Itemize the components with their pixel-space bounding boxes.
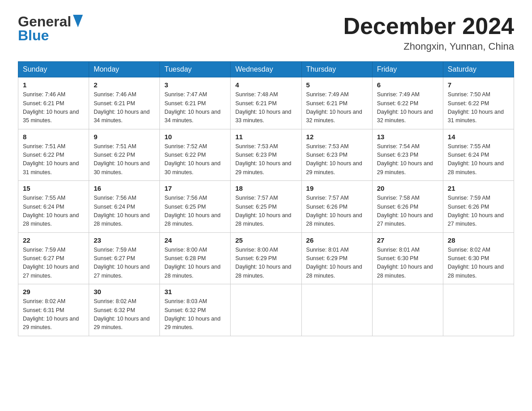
day-info: Sunrise: 7:51 AM Sunset: 6:22 PM Dayligh… bbox=[94, 142, 155, 177]
day-info: Sunrise: 7:59 AM Sunset: 6:26 PM Dayligh… bbox=[448, 194, 509, 229]
calendar-body: 1 Sunrise: 7:46 AM Sunset: 6:21 PM Dayli… bbox=[18, 77, 514, 336]
weekday-header-row: Sunday Monday Tuesday Wednesday Thursday… bbox=[18, 62, 514, 77]
table-row bbox=[372, 284, 443, 336]
table-row: 30 Sunrise: 8:02 AM Sunset: 6:32 PM Dayl… bbox=[89, 284, 160, 336]
calendar-week-row: 1 Sunrise: 7:46 AM Sunset: 6:21 PM Dayli… bbox=[18, 77, 514, 129]
table-row: 15 Sunrise: 7:55 AM Sunset: 6:24 PM Dayl… bbox=[18, 181, 89, 233]
day-number: 17 bbox=[164, 184, 226, 192]
day-info: Sunrise: 7:49 AM Sunset: 6:21 PM Dayligh… bbox=[306, 90, 368, 125]
day-info: Sunrise: 8:01 AM Sunset: 6:30 PM Dayligh… bbox=[377, 246, 438, 281]
table-row: 20 Sunrise: 7:58 AM Sunset: 6:26 PM Dayl… bbox=[372, 181, 443, 233]
day-number: 1 bbox=[23, 81, 84, 89]
table-row: 23 Sunrise: 7:59 AM Sunset: 6:27 PM Dayl… bbox=[89, 232, 160, 284]
title-section: December 2024 Zhongxin, Yunnan, China bbox=[343, 13, 514, 52]
table-row: 22 Sunrise: 7:59 AM Sunset: 6:27 PM Dayl… bbox=[18, 232, 89, 284]
logo-blue: Blue bbox=[18, 27, 49, 44]
table-row: 4 Sunrise: 7:48 AM Sunset: 6:21 PM Dayli… bbox=[231, 77, 301, 129]
col-friday: Friday bbox=[372, 62, 443, 77]
day-number: 18 bbox=[235, 184, 296, 192]
day-number: 27 bbox=[377, 236, 438, 244]
calendar-subtitle: Zhongxin, Yunnan, China bbox=[343, 41, 514, 52]
col-thursday: Thursday bbox=[301, 62, 372, 77]
page-header: General Blue December 2024 Zhongxin, Yun… bbox=[18, 13, 514, 52]
table-row: 25 Sunrise: 8:00 AM Sunset: 6:29 PM Dayl… bbox=[231, 232, 301, 284]
table-row: 5 Sunrise: 7:49 AM Sunset: 6:21 PM Dayli… bbox=[301, 77, 372, 129]
table-row: 10 Sunrise: 7:52 AM Sunset: 6:22 PM Dayl… bbox=[160, 129, 231, 181]
calendar-title: December 2024 bbox=[343, 13, 514, 39]
day-info: Sunrise: 7:55 AM Sunset: 6:24 PM Dayligh… bbox=[448, 142, 509, 177]
day-number: 31 bbox=[164, 288, 226, 295]
day-info: Sunrise: 7:57 AM Sunset: 6:25 PM Dayligh… bbox=[235, 194, 296, 229]
day-info: Sunrise: 8:00 AM Sunset: 6:28 PM Dayligh… bbox=[164, 246, 226, 281]
table-row: 6 Sunrise: 7:49 AM Sunset: 6:22 PM Dayli… bbox=[372, 77, 443, 129]
calendar-week-row: 22 Sunrise: 7:59 AM Sunset: 6:27 PM Dayl… bbox=[18, 232, 514, 284]
day-info: Sunrise: 7:46 AM Sunset: 6:21 PM Dayligh… bbox=[94, 90, 155, 125]
day-number: 16 bbox=[94, 184, 155, 192]
table-row: 27 Sunrise: 8:01 AM Sunset: 6:30 PM Dayl… bbox=[372, 232, 443, 284]
day-info: Sunrise: 7:49 AM Sunset: 6:22 PM Dayligh… bbox=[377, 90, 438, 125]
col-wednesday: Wednesday bbox=[231, 62, 301, 77]
calendar-table: Sunday Monday Tuesday Wednesday Thursday… bbox=[18, 61, 514, 336]
table-row: 14 Sunrise: 7:55 AM Sunset: 6:24 PM Dayl… bbox=[443, 129, 514, 181]
col-sunday: Sunday bbox=[18, 62, 89, 77]
day-number: 13 bbox=[377, 133, 438, 141]
day-number: 19 bbox=[306, 184, 368, 192]
day-number: 25 bbox=[235, 236, 296, 244]
table-row: 1 Sunrise: 7:46 AM Sunset: 6:21 PM Dayli… bbox=[18, 77, 89, 129]
calendar-week-row: 29 Sunrise: 8:02 AM Sunset: 6:31 PM Dayl… bbox=[18, 284, 514, 336]
day-number: 21 bbox=[448, 184, 509, 192]
day-number: 3 bbox=[164, 81, 226, 89]
day-info: Sunrise: 7:52 AM Sunset: 6:22 PM Dayligh… bbox=[164, 142, 226, 177]
svg-marker-0 bbox=[73, 15, 83, 27]
day-info: Sunrise: 7:59 AM Sunset: 6:27 PM Dayligh… bbox=[94, 246, 155, 281]
day-info: Sunrise: 7:48 AM Sunset: 6:21 PM Dayligh… bbox=[235, 90, 296, 125]
day-info: Sunrise: 8:02 AM Sunset: 6:31 PM Dayligh… bbox=[23, 297, 84, 332]
table-row: 26 Sunrise: 8:01 AM Sunset: 6:29 PM Dayl… bbox=[301, 232, 372, 284]
table-row: 2 Sunrise: 7:46 AM Sunset: 6:21 PM Dayli… bbox=[89, 77, 160, 129]
day-number: 26 bbox=[306, 236, 368, 244]
day-info: Sunrise: 7:55 AM Sunset: 6:24 PM Dayligh… bbox=[23, 194, 84, 229]
table-row: 24 Sunrise: 8:00 AM Sunset: 6:28 PM Dayl… bbox=[160, 232, 231, 284]
day-info: Sunrise: 8:03 AM Sunset: 6:32 PM Dayligh… bbox=[164, 297, 226, 332]
table-row: 9 Sunrise: 7:51 AM Sunset: 6:22 PM Dayli… bbox=[89, 129, 160, 181]
day-info: Sunrise: 7:54 AM Sunset: 6:23 PM Dayligh… bbox=[377, 142, 438, 177]
day-number: 10 bbox=[164, 133, 226, 141]
day-number: 22 bbox=[23, 236, 84, 244]
col-monday: Monday bbox=[89, 62, 160, 77]
table-row bbox=[443, 284, 514, 336]
table-row: 21 Sunrise: 7:59 AM Sunset: 6:26 PM Dayl… bbox=[443, 181, 514, 233]
table-row: 12 Sunrise: 7:53 AM Sunset: 6:23 PM Dayl… bbox=[301, 129, 372, 181]
day-info: Sunrise: 7:57 AM Sunset: 6:26 PM Dayligh… bbox=[306, 194, 368, 229]
table-row: 7 Sunrise: 7:50 AM Sunset: 6:22 PM Dayli… bbox=[443, 77, 514, 129]
table-row bbox=[231, 284, 301, 336]
table-row: 31 Sunrise: 8:03 AM Sunset: 6:32 PM Dayl… bbox=[160, 284, 231, 336]
calendar-week-row: 8 Sunrise: 7:51 AM Sunset: 6:22 PM Dayli… bbox=[18, 129, 514, 181]
day-info: Sunrise: 8:02 AM Sunset: 6:32 PM Dayligh… bbox=[94, 297, 155, 332]
table-row: 11 Sunrise: 7:53 AM Sunset: 6:23 PM Dayl… bbox=[231, 129, 301, 181]
day-info: Sunrise: 7:51 AM Sunset: 6:22 PM Dayligh… bbox=[23, 142, 84, 177]
day-number: 15 bbox=[23, 184, 84, 192]
day-number: 9 bbox=[94, 133, 155, 141]
table-row: 29 Sunrise: 8:02 AM Sunset: 6:31 PM Dayl… bbox=[18, 284, 89, 336]
day-info: Sunrise: 8:02 AM Sunset: 6:30 PM Dayligh… bbox=[448, 246, 509, 281]
day-number: 30 bbox=[94, 288, 155, 295]
day-number: 24 bbox=[164, 236, 226, 244]
day-info: Sunrise: 7:56 AM Sunset: 6:25 PM Dayligh… bbox=[164, 194, 226, 229]
logo-triangle-icon bbox=[73, 15, 83, 27]
table-row: 3 Sunrise: 7:47 AM Sunset: 6:21 PM Dayli… bbox=[160, 77, 231, 129]
day-number: 11 bbox=[235, 133, 296, 141]
col-tuesday: Tuesday bbox=[160, 62, 231, 77]
day-info: Sunrise: 7:59 AM Sunset: 6:27 PM Dayligh… bbox=[23, 246, 84, 281]
day-info: Sunrise: 7:46 AM Sunset: 6:21 PM Dayligh… bbox=[23, 90, 84, 125]
day-number: 14 bbox=[448, 133, 509, 141]
day-number: 7 bbox=[448, 81, 509, 89]
calendar-week-row: 15 Sunrise: 7:55 AM Sunset: 6:24 PM Dayl… bbox=[18, 181, 514, 233]
table-row bbox=[301, 284, 372, 336]
logo: General Blue bbox=[18, 13, 83, 44]
table-row: 13 Sunrise: 7:54 AM Sunset: 6:23 PM Dayl… bbox=[372, 129, 443, 181]
day-number: 20 bbox=[377, 184, 438, 192]
day-number: 23 bbox=[94, 236, 155, 244]
day-info: Sunrise: 7:50 AM Sunset: 6:22 PM Dayligh… bbox=[448, 90, 509, 125]
day-number: 2 bbox=[94, 81, 155, 89]
day-number: 5 bbox=[306, 81, 368, 89]
